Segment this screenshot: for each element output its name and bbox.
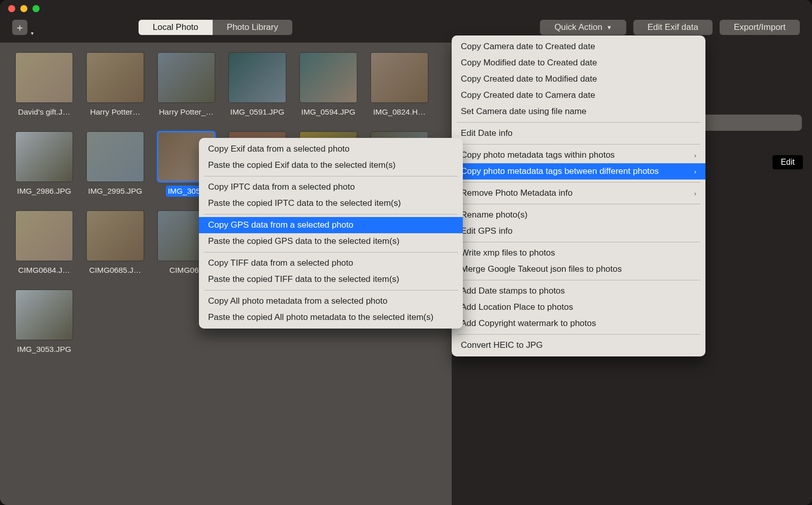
tab-local-photo[interactable]: Local Photo: [139, 20, 213, 35]
thumbnail-caption: CIMG0685.J…: [87, 265, 144, 276]
thumbnail[interactable]: IMG_3053.JPG: [12, 290, 76, 355]
thumbnail-caption: Harry Potter…: [88, 106, 142, 118]
thumbnail-image: [229, 53, 286, 102]
caret-down-icon: ▼: [606, 24, 612, 30]
tab-photo-library[interactable]: Photo Library: [213, 20, 292, 35]
thumbnail[interactable]: IMG_2986.JPG: [12, 132, 76, 197]
add-button-caret-icon: ▾: [31, 30, 33, 36]
menu-item-label: Add Location Place to photos: [461, 302, 573, 312]
menu-separator: [457, 242, 700, 242]
menu-item[interactable]: Merge Google Takeout json files to photo…: [452, 261, 705, 277]
menu-item[interactable]: Edit Date info: [452, 125, 705, 141]
window-close-button[interactable]: [8, 5, 15, 12]
context-menu: Copy Exif data from a selected photoPast…: [199, 138, 463, 329]
chevron-right-icon: ›: [694, 168, 696, 175]
quick-action-button[interactable]: Quick Action ▼: [540, 20, 626, 35]
thumbnail-image: [16, 211, 73, 261]
menu-item[interactable]: Copy TIFF data from a selected photo: [199, 255, 463, 271]
add-button[interactable]: ＋▾: [12, 20, 27, 35]
quick-action-label: Quick Action: [554, 22, 602, 32]
thumbnail[interactable]: IMG_0824.H…: [367, 53, 431, 118]
menu-item[interactable]: Rename photo(s): [452, 207, 705, 223]
thumbnail[interactable]: CIMG0685.J…: [83, 211, 147, 276]
menu-separator: [457, 204, 700, 204]
thumbnail-caption: David's gift.J…: [16, 106, 73, 118]
edit-exif-button[interactable]: Edit Exif data: [633, 20, 713, 35]
titlebar: [0, 0, 812, 17]
menu-item-label: Copy Exif data from a selected photo: [208, 144, 350, 154]
thumbnail[interactable]: Harry Potter…: [83, 53, 147, 118]
thumbnail-image: [16, 132, 73, 182]
thumbnail-caption: Harry Potter_…: [157, 106, 216, 118]
thumbnail-caption: IMG_0594.JPG: [299, 106, 358, 118]
menu-item[interactable]: Paste the copied Exif data to the select…: [199, 157, 463, 173]
menu-item-label: Paste the copied All photo metadata to t…: [208, 312, 433, 322]
export-import-button[interactable]: Export/Import: [720, 20, 800, 35]
menu-separator: [204, 290, 458, 291]
thumbnail-image: [300, 53, 357, 102]
menu-separator: [457, 182, 700, 183]
menu-item-label: Copy TIFF data from a selected photo: [208, 258, 353, 268]
menu-item-label: Copy Camera date to Created date: [461, 42, 595, 52]
menu-item-label: Copy photo metadata tags within photos: [461, 150, 615, 160]
menu-item[interactable]: Copy photo metadata tags within photos›: [452, 147, 705, 163]
menu-item[interactable]: Add Date stamps to photos: [452, 283, 705, 299]
thumbnail[interactable]: David's gift.J…: [12, 53, 76, 118]
menu-item-label: Rename photo(s): [461, 210, 527, 220]
menu-item[interactable]: Add Location Place to photos: [452, 299, 705, 315]
window-zoom-button[interactable]: [32, 5, 40, 12]
menu-item[interactable]: Paste the copied GPS data to the selecte…: [199, 233, 463, 249]
thumbnail[interactable]: Harry Potter_…: [154, 53, 218, 118]
menu-item[interactable]: Copy Created date to Modified date: [452, 71, 705, 87]
menu-item-label: Add Copyright watermark to photos: [461, 318, 596, 329]
thumbnail-image: [16, 290, 73, 340]
menu-item-label: Copy IPTC data from a selected photo: [208, 182, 355, 192]
menu-item[interactable]: Copy IPTC data from a selected photo: [199, 179, 463, 195]
menu-item[interactable]: Copy Exif data from a selected photo: [199, 141, 463, 157]
menu-item-label: Write xmp files to photos: [461, 248, 555, 258]
menu-separator: [457, 122, 700, 123]
menu-separator: [204, 176, 458, 176]
menu-item-label: Paste the copied TIFF data to the select…: [208, 274, 399, 284]
thumbnail-image: [87, 53, 144, 102]
menu-item[interactable]: Paste the copied All photo metadata to t…: [199, 309, 463, 326]
menu-item[interactable]: Edit GPS info: [452, 223, 705, 239]
menu-item-label: Copy Modified date to Created date: [461, 58, 597, 68]
menu-item[interactable]: Write xmp files to photos: [452, 245, 705, 261]
menu-item-label: Paste the copied IPTC data to the select…: [208, 198, 401, 208]
menu-item[interactable]: Copy Camera date to Created date: [452, 39, 705, 55]
edit-button[interactable]: Edit: [772, 155, 803, 169]
menu-item[interactable]: Copy All photo metadata from a selected …: [199, 293, 463, 309]
menu-item-label: Remove Photo Metadata info: [461, 188, 572, 198]
menu-item-label: Paste the copied Exif data to the select…: [208, 160, 395, 170]
thumbnail-caption: IMG_0824.H…: [371, 106, 427, 118]
thumbnail-caption: IMG_3053.JPG: [15, 344, 74, 355]
menu-item-label: Paste the copied GPS data to the selecte…: [208, 236, 399, 246]
app-window: ＋▾ Local Photo Photo Library Quick Actio…: [0, 0, 812, 505]
menu-item-label: Edit GPS info: [461, 226, 513, 236]
menu-item[interactable]: Convert HEIC to JPG: [452, 337, 705, 353]
thumbnail[interactable]: IMG_2995.JPG: [83, 132, 147, 197]
menu-item-label: Add Date stamps to photos: [461, 286, 565, 296]
menu-separator: [457, 144, 700, 145]
chevron-right-icon: ›: [694, 190, 696, 197]
thumbnail-image: [87, 132, 144, 182]
menu-item[interactable]: Paste the copied TIFF data to the select…: [199, 271, 463, 287]
menu-item-label: Copy Created date to Modified date: [461, 74, 597, 84]
thumbnail[interactable]: IMG_0594.JPG: [296, 53, 360, 118]
menu-item-label: Copy Created date to Camera date: [461, 90, 595, 100]
thumbnail-image: [158, 53, 215, 102]
menu-item[interactable]: Copy GPS data from a selected photo: [199, 217, 463, 233]
thumbnail[interactable]: CIMG0684.J…: [12, 211, 76, 276]
window-minimize-button[interactable]: [20, 5, 27, 12]
menu-item[interactable]: Remove Photo Metadata info›: [452, 185, 705, 201]
menu-item[interactable]: Copy Modified date to Created date: [452, 55, 705, 71]
thumbnail-image: [87, 211, 144, 261]
menu-item[interactable]: Set Camera date using file name: [452, 103, 705, 120]
menu-item[interactable]: Copy Created date to Camera date: [452, 87, 705, 103]
menu-item[interactable]: Copy photo metadata tags between differe…: [452, 163, 705, 179]
menu-item[interactable]: Add Copyright watermark to photos: [452, 315, 705, 332]
menu-separator: [204, 252, 458, 252]
menu-item[interactable]: Paste the copied IPTC data to the select…: [199, 195, 463, 211]
thumbnail[interactable]: IMG_0591.JPG: [225, 53, 289, 118]
